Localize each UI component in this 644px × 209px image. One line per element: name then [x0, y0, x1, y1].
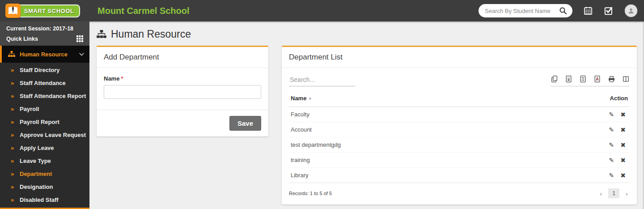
add-department-title: Add Department: [97, 47, 268, 68]
save-button[interactable]: Save: [229, 116, 261, 131]
records-info: Records: 1 to 5 of 5: [289, 191, 332, 196]
calendar-icon[interactable]: [583, 6, 593, 16]
department-name-cell: Library: [289, 168, 522, 183]
sidebar: Current Session: 2017-18 Quick Links Hum: [0, 21, 89, 209]
sidebar-item-label: Apply Leave: [20, 145, 54, 151]
delete-x-icon[interactable]: ✖: [618, 126, 628, 133]
department-name-cell: Faculty: [289, 107, 522, 122]
add-department-footer: Save: [97, 110, 268, 136]
delete-x-icon[interactable]: ✖: [618, 157, 628, 164]
sidebar-item-staff-directory[interactable]: » Staff Directory: [0, 64, 89, 77]
student-search-input[interactable]: [485, 8, 558, 14]
required-asterisk: *: [121, 75, 123, 82]
copy-icon[interactable]: [551, 75, 558, 83]
sidebar-item-approve-leave-request[interactable]: » Approve Leave Request: [0, 128, 89, 141]
book-logo-icon: [5, 4, 21, 18]
table-row: test departmentgdg ✎ ✖: [289, 137, 630, 153]
print-icon[interactable]: [608, 75, 615, 83]
department-list-card: Department List: [282, 46, 637, 205]
edit-pencil-icon[interactable]: ✎: [606, 111, 616, 118]
page-title: Human Resource: [111, 28, 191, 40]
prev-page-button[interactable]: ‹: [598, 190, 604, 197]
csv-icon[interactable]: [579, 75, 587, 83]
double-chevron-icon: »: [11, 171, 20, 177]
session-block: Current Session: 2017-18 Quick Links: [0, 21, 89, 46]
table-row: training ✎ ✖: [289, 153, 630, 168]
sidebar-item-label: Approve Leave Request: [20, 132, 86, 138]
double-chevron-icon: »: [11, 132, 20, 138]
sidebar-item-label: Leave Type: [20, 158, 51, 164]
table-toolbar: [289, 73, 630, 86]
export-toolbar: [551, 73, 630, 86]
delete-x-icon[interactable]: ✖: [618, 111, 628, 118]
current-session-label: Current Session: 2017-18: [6, 26, 83, 32]
sidebar-item-designation[interactable]: » Designation: [0, 180, 89, 193]
sidebar-menu-label: Human Resource: [20, 51, 79, 58]
double-chevron-icon: »: [11, 67, 20, 73]
app-logo[interactable]: SMART SCHOOL: [0, 0, 89, 21]
sidebar-item-label: Staff Attendance Report: [20, 93, 86, 99]
sidebar-item-label: Disabled Staff: [20, 196, 59, 203]
sidebar-item-staff-attendance[interactable]: » Staff Attendance: [0, 77, 89, 90]
column-header-action: Action: [522, 91, 630, 107]
sidebar-item-payroll[interactable]: » Payroll: [0, 102, 89, 115]
top-header: SMART SCHOOL Mount Carmel School: [0, 0, 644, 21]
table-row: Account ✎ ✖: [289, 122, 630, 137]
pdf-icon[interactable]: [593, 75, 601, 83]
columns-icon[interactable]: [622, 75, 630, 83]
double-chevron-icon: »: [11, 196, 20, 203]
double-chevron-icon: »: [11, 145, 20, 151]
pagination: ‹ 1 ›: [598, 188, 630, 198]
department-table: Name▾ Action Faculty ✎ ✖ Account ✎ ✖ tes…: [289, 91, 630, 183]
edit-pencil-icon[interactable]: ✎: [606, 126, 616, 133]
sitemap-icon: [8, 51, 15, 57]
double-chevron-icon: »: [11, 106, 20, 112]
department-name-cell: test departmentgdg: [289, 137, 522, 153]
table-search-input[interactable]: [289, 73, 355, 86]
chevron-down-icon: [79, 53, 84, 56]
sidebar-item-staff-attendance-report[interactable]: » Staff Attendance Report: [0, 90, 89, 102]
sidebar-item-department[interactable]: » Department: [0, 167, 89, 180]
department-list-title: Department List: [282, 47, 637, 68]
sidebar-item-payroll-report[interactable]: » Payroll Report: [0, 115, 89, 128]
sidebar-item-label: Department: [20, 171, 52, 177]
page-title-row: Human Resource: [97, 21, 637, 46]
task-check-icon[interactable]: [604, 6, 614, 16]
edit-pencil-icon[interactable]: ✎: [606, 141, 616, 149]
sitemap-icon: [97, 30, 106, 38]
delete-x-icon[interactable]: ✖: [618, 172, 628, 179]
department-name-input[interactable]: [104, 85, 261, 99]
avatar[interactable]: [624, 4, 638, 17]
double-chevron-icon: »: [11, 158, 20, 164]
sidebar-menu-human-resource[interactable]: Human Resource: [0, 46, 89, 63]
page-number-button[interactable]: 1: [608, 188, 619, 198]
search-icon[interactable]: [558, 6, 568, 16]
sidebar-item-label: Payroll Report: [20, 119, 59, 125]
logo-text: SMART SCHOOL: [17, 4, 80, 17]
quick-links[interactable]: Quick Links: [6, 35, 83, 42]
edit-pencil-icon[interactable]: ✎: [606, 157, 616, 164]
column-header-name[interactable]: Name▾: [289, 91, 522, 107]
main-content: Human Resource Add Department Name* Save…: [89, 21, 644, 209]
sidebar-item-label: Staff Directory: [20, 67, 60, 73]
sidebar-item-label: Staff Attendance: [20, 80, 66, 86]
sidebar-item-apply-leave[interactable]: » Apply Leave: [0, 141, 89, 154]
grid-icon: [76, 35, 83, 42]
table-row: Faculty ✎ ✖: [289, 107, 630, 122]
sort-icon: ▾: [309, 96, 311, 101]
table-row: Library ✎ ✖: [289, 168, 630, 183]
edit-pencil-icon[interactable]: ✎: [606, 172, 616, 179]
student-search: [479, 4, 572, 17]
sidebar-item-label: Payroll: [20, 106, 39, 112]
school-name: Mount Carmel School: [97, 6, 190, 16]
double-chevron-icon: »: [11, 183, 20, 190]
sidebar-submenu: » Staff Directory » Staff Attendance » S…: [0, 63, 89, 206]
sidebar-item-label: Designation: [20, 183, 53, 190]
excel-icon[interactable]: [565, 75, 572, 83]
next-page-button[interactable]: ›: [624, 190, 630, 197]
sidebar-item-leave-type[interactable]: » Leave Type: [0, 154, 89, 167]
sidebar-item-disabled-staff[interactable]: » Disabled Staff: [0, 193, 89, 206]
table-footer: Records: 1 to 5 of 5 ‹ 1 ›: [289, 183, 630, 198]
delete-x-icon[interactable]: ✖: [618, 141, 628, 149]
name-field-label: Name*: [104, 75, 261, 82]
